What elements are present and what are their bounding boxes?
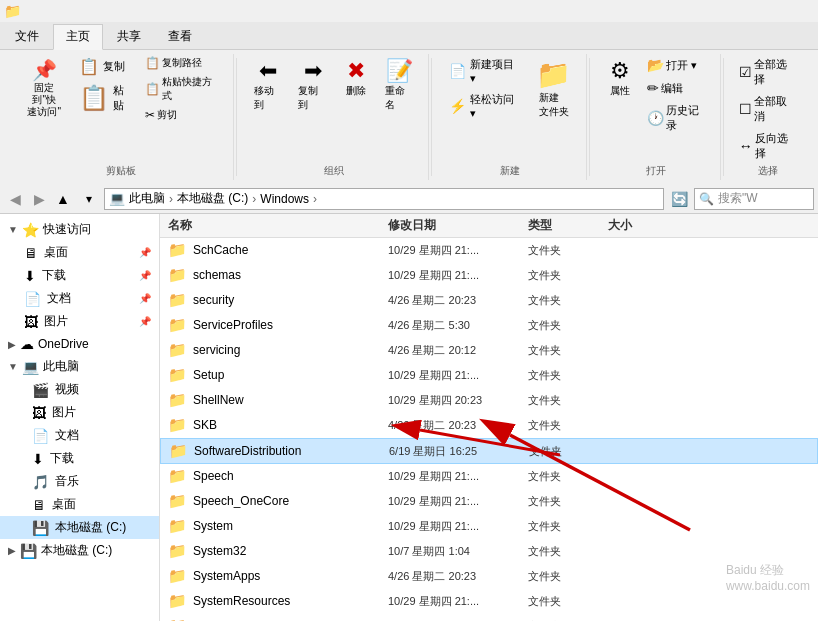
address-sep3: › <box>313 192 317 206</box>
nav-item-local-c[interactable]: 💾 本地磁盘 (C:) <box>0 516 159 539</box>
nav-item-desktop2[interactable]: 🖥 桌面 <box>0 493 159 516</box>
nav-item-downloads[interactable]: ⬇ 下载 📌 <box>0 264 159 287</box>
back-button[interactable]: ◀ <box>4 188 26 210</box>
file-name: System32 <box>193 544 388 558</box>
file-date: 6/19 星期日 16:25 <box>389 444 529 459</box>
table-row[interactable]: 📁 SystemApps 4/26 星期二 20:23 文件夹 <box>160 564 818 589</box>
address-local-c: 本地磁盘 (C:) <box>177 190 248 207</box>
nav-item-downloads2[interactable]: ⬇ 下载 <box>0 447 159 470</box>
nav-local-c2[interactable]: ▶ 💾 本地磁盘 (C:) <box>0 539 159 562</box>
organize-label: 组织 <box>239 164 428 178</box>
tab-share[interactable]: 共享 <box>104 24 154 49</box>
history-button[interactable]: 🕐 历史记录 <box>642 100 712 136</box>
file-name: SoftwareDistribution <box>194 444 389 458</box>
table-row[interactable]: 📁 ShellNew 10/29 星期四 20:23 文件夹 <box>160 388 818 413</box>
col-date-header[interactable]: 修改日期 <box>388 217 528 234</box>
edit-button[interactable]: ✏ 编辑 <box>642 77 712 99</box>
copy-button[interactable]: 📋 复制 <box>74 54 138 79</box>
file-name: Setup <box>193 368 388 382</box>
table-row[interactable]: 📁 Setup 10/29 星期四 21:... 文件夹 <box>160 363 818 388</box>
col-type-header[interactable]: 类型 <box>528 217 608 234</box>
paste-button[interactable]: 📋 粘贴 <box>74 80 138 116</box>
file-type: 文件夹 <box>528 569 608 584</box>
search-box[interactable]: 🔍 搜索"W <box>694 188 814 210</box>
file-list: 名称 修改日期 类型 大小 📁 SchCache 10/29 星期四 21:..… <box>160 214 818 621</box>
paste-shortcut-button[interactable]: 📋 粘贴快捷方式 <box>140 73 225 105</box>
nav-item-documents[interactable]: 📄 文档 📌 <box>0 287 159 310</box>
copy-to-button[interactable]: ➡ 复制到 <box>291 54 333 116</box>
file-name: servicing <box>193 343 388 357</box>
nav-this-pc[interactable]: ▼ 💻 此电脑 <box>0 355 159 378</box>
onedrive-label: OneDrive <box>38 337 89 351</box>
table-row[interactable]: 📁 schemas 10/29 星期四 21:... 文件夹 <box>160 263 818 288</box>
nav-item-music[interactable]: 🎵 音乐 <box>0 470 159 493</box>
table-row[interactable]: 📁 Speech_OneCore 10/29 星期四 21:... 文件夹 <box>160 489 818 514</box>
table-row[interactable]: 📁 SystemResources 10/29 星期四 21:... 文件夹 <box>160 589 818 614</box>
file-date: 10/29 星期四 20:23 <box>388 393 528 408</box>
table-row[interactable]: 📁 SKB 4/26 星期二 20:23 文件夹 <box>160 413 818 438</box>
rename-button[interactable]: 📝 重命名 <box>378 54 420 116</box>
copy-path-button[interactable]: 📋 复制路径 <box>140 54 225 72</box>
invert-select-button[interactable]: ↔ 反向选择 <box>734 128 802 164</box>
tab-home[interactable]: 主页 <box>53 24 103 50</box>
table-row[interactable]: 📁 servicing 4/26 星期二 20:12 文件夹 <box>160 338 818 363</box>
folder-icon: 📁 <box>168 291 187 309</box>
nav-quick-access[interactable]: ▼ ⭐ 快速访问 <box>0 218 159 241</box>
move-to-button[interactable]: ⬅ 移动到 <box>247 54 289 116</box>
open-buttons: ⚙ 属性 📂 打开 ▾ ✏ 编辑 🕐 历史记录 <box>600 54 712 164</box>
nav-item-desktop[interactable]: 🖥 桌面 📌 <box>0 241 159 264</box>
nav-item-videos[interactable]: 🎬 视频 <box>0 378 159 401</box>
nav-item-documents2[interactable]: 📄 文档 <box>0 424 159 447</box>
easy-access-button[interactable]: ⚡ 轻松访问 ▾ <box>442 89 527 123</box>
title-bar: 📁 <box>0 0 818 22</box>
table-row[interactable]: 📁 ServiceProfiles 4/26 星期二 5:30 文件夹 <box>160 313 818 338</box>
table-row[interactable]: 📁 SchCache 10/29 星期四 21:... 文件夹 <box>160 238 818 263</box>
delete-button[interactable]: ✖ 删除 <box>336 54 376 102</box>
new-folder-button[interactable]: 📁 新建文件夹 <box>530 54 578 123</box>
refresh-button[interactable]: 🔄 <box>668 188 690 210</box>
table-row[interactable]: 📁 TAPI 10/29 星期四 21:... 文件夹 <box>160 614 818 621</box>
file-list-header: 名称 修改日期 类型 大小 <box>160 214 818 238</box>
pictures2-label: 图片 <box>52 404 76 421</box>
pin-button[interactable]: 📌 固定到"快速访问" <box>16 54 72 122</box>
col-size-header[interactable]: 大小 <box>608 217 688 234</box>
select-all-button[interactable]: ☑ 全部选择 <box>734 54 802 90</box>
documents-pin: 📌 <box>139 293 151 304</box>
tab-file[interactable]: 文件 <box>2 24 52 49</box>
select-none-icon: ☐ <box>739 101 752 117</box>
select-label: 选择 <box>726 164 810 178</box>
table-row[interactable]: 📁 Speech 10/29 星期四 21:... 文件夹 <box>160 464 818 489</box>
tab-view[interactable]: 查看 <box>155 24 205 49</box>
nav-onedrive[interactable]: ▶ ☁ OneDrive <box>0 333 159 355</box>
onedrive-icon: ☁ <box>20 336 34 352</box>
forward-button[interactable]: ▶ <box>28 188 50 210</box>
table-row[interactable]: 📁 System32 10/7 星期四 1:04 文件夹 <box>160 539 818 564</box>
new-folder-icon: 📁 <box>536 58 571 91</box>
table-row[interactable]: 📁 SoftwareDistribution 6/19 星期日 16:25 文件… <box>160 438 818 464</box>
new-item-button[interactable]: 📄 新建项目 ▾ <box>442 54 527 88</box>
file-name-cell: 📁 Speech_OneCore <box>168 492 388 510</box>
rename-icon: 📝 <box>386 58 413 84</box>
file-type: 文件夹 <box>529 444 609 459</box>
address-box[interactable]: 💻 此电脑 › 本地磁盘 (C:) › Windows › <box>104 188 664 210</box>
main-area: ▼ ⭐ 快速访问 🖥 桌面 📌 ⬇ 下载 📌 📄 文档 📌 🖼 图片 <box>0 214 818 621</box>
nav-item-pictures2[interactable]: 🖼 图片 <box>0 401 159 424</box>
table-row[interactable]: 📁 security 4/26 星期二 20:23 文件夹 <box>160 288 818 313</box>
open-button[interactable]: 📂 打开 ▾ <box>642 54 712 76</box>
documents2-icon: 📄 <box>32 428 49 444</box>
select-all-icon: ☑ <box>739 64 752 80</box>
up-button[interactable]: ▲ <box>52 188 74 210</box>
local-c2-arrow: ▶ <box>8 545 16 556</box>
properties-button[interactable]: ⚙ 属性 <box>600 54 640 102</box>
downloads-label: 下载 <box>42 267 66 284</box>
delete-icon: ✖ <box>347 58 365 84</box>
table-row[interactable]: 📁 System 10/29 星期四 21:... 文件夹 <box>160 514 818 539</box>
quick-access-icon: ⭐ <box>22 222 39 238</box>
select-none-button[interactable]: ☐ 全部取消 <box>734 91 802 127</box>
recent-locations-button[interactable]: ▾ <box>78 188 100 210</box>
local-c-icon: 💾 <box>32 520 49 536</box>
nav-item-pictures[interactable]: 🖼 图片 📌 <box>0 310 159 333</box>
col-name-header[interactable]: 名称 <box>168 217 388 234</box>
file-name: SKB <box>193 418 388 432</box>
cut-button[interactable]: ✂ 剪切 <box>140 106 225 124</box>
